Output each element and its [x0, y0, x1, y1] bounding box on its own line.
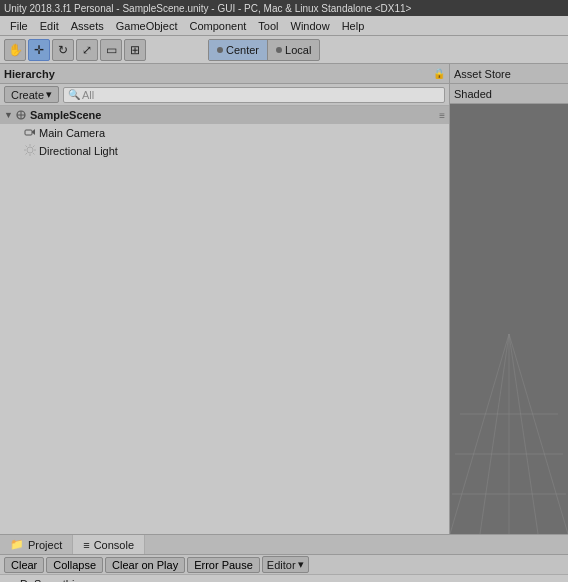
scene-icon: [15, 109, 27, 121]
menu-tool[interactable]: Tool: [252, 19, 284, 33]
viewport-grid-svg: [450, 104, 568, 534]
hierarchy-title: Hierarchy: [4, 68, 55, 80]
error-pause-button[interactable]: Error Pause: [187, 557, 260, 573]
title-text: Unity 2018.3.f1 Personal - SampleScene.u…: [4, 3, 411, 14]
menu-window[interactable]: Window: [285, 19, 336, 33]
search-placeholder: All: [82, 89, 94, 101]
hierarchy-main-camera-item[interactable]: Main Camera: [20, 124, 449, 142]
menu-file[interactable]: File: [4, 19, 34, 33]
scene-name: SampleScene: [30, 109, 102, 121]
project-tab-label: Project: [28, 539, 62, 551]
console-entry-main-text: DoSomething: [20, 578, 161, 582]
hand-tool-button[interactable]: ✋: [4, 39, 26, 61]
rect-tool-button[interactable]: ▭: [100, 39, 122, 61]
menu-help[interactable]: Help: [336, 19, 371, 33]
directional-light-label: Directional Light: [39, 145, 118, 157]
editor-dropdown-icon: ▾: [298, 558, 304, 571]
clear-on-play-button[interactable]: Clear on Play: [105, 557, 185, 573]
bottom-tabs: 📁 Project ≡ Console: [0, 535, 568, 555]
toolbar: ✋ ✛ ↻ ⤢ ▭ ⊞ Center Local: [0, 36, 568, 64]
hierarchy-scene-item[interactable]: ▼ SampleScene ≡: [0, 106, 449, 124]
hierarchy-toolbar: Create ▾ 🔍 All: [0, 84, 449, 106]
tab-project[interactable]: 📁 Project: [0, 535, 73, 554]
search-icon: 🔍: [68, 89, 80, 100]
svg-point-5: [27, 147, 33, 153]
hierarchy-lock-icon[interactable]: 🔒: [433, 68, 445, 79]
hierarchy-content: ▼ SampleScene ≡ Main Camera Directional: [0, 106, 449, 534]
asset-store-header: Asset Store: [450, 64, 568, 84]
console-entry-0[interactable]: i DoSomething UnityEngine.Debug.Log(Obje…: [4, 577, 564, 582]
project-tab-icon: 📁: [10, 538, 24, 551]
move-tool-button[interactable]: ✛: [28, 39, 50, 61]
svg-line-10: [26, 146, 28, 148]
console-entry-text: DoSomething UnityEngine.Debug.Log(Object…: [20, 578, 161, 582]
scene-expand-arrow: ▼: [4, 110, 13, 120]
clear-button[interactable]: Clear: [4, 557, 44, 573]
rotate-tool-button[interactable]: ↻: [52, 39, 74, 61]
hierarchy-panel: Hierarchy 🔒 Create ▾ 🔍 All ▼ SampleScene…: [0, 64, 450, 534]
collapse-button[interactable]: Collapse: [46, 557, 103, 573]
hierarchy-search-box[interactable]: 🔍 All: [63, 87, 445, 103]
editor-dropdown-label: Editor: [267, 559, 296, 571]
svg-line-13: [26, 153, 28, 155]
svg-line-12: [33, 146, 35, 148]
svg-line-11: [33, 153, 35, 155]
hierarchy-header: Hierarchy 🔒: [0, 64, 449, 84]
tab-console[interactable]: ≡ Console: [73, 535, 145, 554]
svg-rect-3: [25, 130, 32, 135]
camera-icon: [24, 127, 36, 139]
asset-panel: Asset Store Shaded: [450, 64, 568, 534]
hierarchy-directional-light-item[interactable]: Directional Light: [20, 142, 449, 160]
menu-assets[interactable]: Assets: [65, 19, 110, 33]
menu-bar: File Edit Assets GameObject Component To…: [0, 16, 568, 36]
console-tab-label: Console: [94, 539, 134, 551]
center-local-group: Center Local: [208, 39, 320, 61]
menu-component[interactable]: Component: [183, 19, 252, 33]
main-camera-label: Main Camera: [39, 127, 105, 139]
light-icon: [24, 144, 36, 158]
menu-gameobject[interactable]: GameObject: [110, 19, 184, 33]
scale-tool-button[interactable]: ⤢: [76, 39, 98, 61]
menu-edit[interactable]: Edit: [34, 19, 65, 33]
main-area: Hierarchy 🔒 Create ▾ 🔍 All ▼ SampleScene…: [0, 64, 568, 534]
scene-options-icon[interactable]: ≡: [439, 110, 445, 121]
view-mode-label: Shaded: [454, 88, 492, 100]
bottom-area: 📁 Project ≡ Console Clear Collapse Clear…: [0, 534, 568, 582]
asset-store-title: Asset Store: [454, 68, 511, 80]
local-toggle[interactable]: Local: [268, 40, 319, 60]
console-toolbar: Clear Collapse Clear on Play Error Pause…: [0, 555, 568, 575]
create-button[interactable]: Create ▾: [4, 86, 59, 103]
create-dropdown-icon: ▾: [46, 88, 52, 101]
viewport-content: [450, 104, 568, 534]
title-bar: Unity 2018.3.f1 Personal - SampleScene.u…: [0, 0, 568, 16]
transform-tool-button[interactable]: ⊞: [124, 39, 146, 61]
editor-dropdown[interactable]: Editor ▾: [262, 556, 309, 573]
shaded-header: Shaded: [450, 84, 568, 104]
console-tab-icon: ≡: [83, 539, 89, 551]
console-content: i DoSomething UnityEngine.Debug.Log(Obje…: [0, 575, 568, 582]
center-toggle[interactable]: Center: [209, 40, 268, 60]
